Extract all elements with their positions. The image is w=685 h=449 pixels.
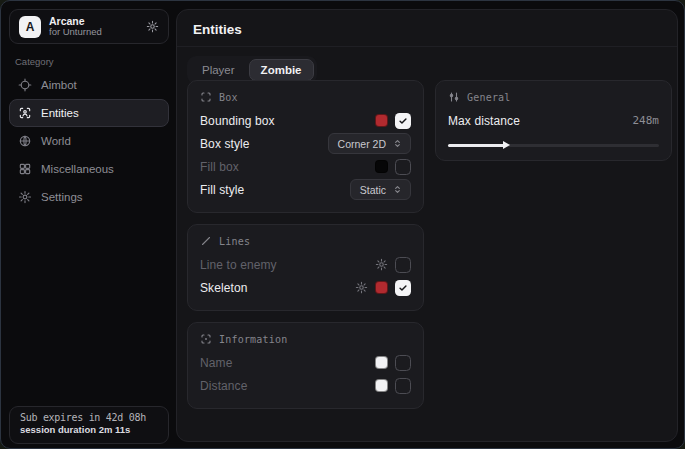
sidebar-item-label: Entities: [41, 107, 79, 119]
tab-player[interactable]: Player: [190, 59, 247, 81]
box-style-dropdown[interactable]: Corner 2D: [328, 133, 411, 154]
gear-icon[interactable]: [355, 281, 368, 294]
box-card: Box Bounding box Box style: [187, 80, 424, 213]
color-swatch[interactable]: [375, 379, 388, 392]
fill-style-dropdown[interactable]: Static: [350, 179, 411, 200]
color-swatch[interactable]: [375, 160, 388, 173]
sub-expiry-text: Sub expires in 42d 08h: [20, 412, 158, 423]
scan-corners-icon: [200, 91, 212, 103]
sliders-icon: [448, 91, 460, 103]
setting-label: Name: [200, 356, 375, 370]
sidebar-item-miscellaneous[interactable]: Miscellaneous: [9, 155, 169, 183]
line-to-enemy-checkbox[interactable]: [395, 257, 411, 273]
setting-row-fill-box: Fill box: [200, 155, 411, 178]
page-title: Entities: [193, 22, 661, 37]
sidebar-item-aimbot[interactable]: Aimbot: [9, 71, 169, 99]
sidebar-item-label: Aimbot: [41, 79, 77, 91]
sidebar-item-label: Settings: [41, 191, 83, 203]
max-distance-value: 248m: [633, 114, 660, 127]
setting-label: Fill box: [200, 160, 375, 174]
setting-label: Box style: [200, 137, 328, 151]
subscription-card: Sub expires in 42d 08h session duration …: [9, 406, 169, 444]
sidebar: A Arcane for Unturned Category Aimbot: [1, 1, 176, 448]
sidebar-item-settings[interactable]: Settings: [9, 183, 169, 211]
general-card: General Max distance 248m: [435, 80, 672, 161]
section-title: Lines: [219, 236, 250, 247]
color-swatch[interactable]: [375, 114, 388, 127]
app-subtitle: for Unturned: [49, 27, 138, 38]
setting-label: Line to enemy: [200, 258, 375, 272]
gear-icon: [18, 190, 32, 204]
setting-row-skeleton: Skeleton: [200, 276, 411, 299]
sidebar-item-world[interactable]: World: [9, 127, 169, 155]
tab-zombie[interactable]: Zombie: [249, 59, 314, 81]
bounding-box-checkbox[interactable]: [395, 113, 411, 129]
entities-scan-icon: [18, 106, 32, 120]
setting-row-max-distance: Max distance 248m: [448, 109, 659, 132]
gear-icon[interactable]: [146, 20, 159, 33]
slider-thumb[interactable]: [503, 141, 510, 149]
setting-row-line-to-enemy: Line to enemy: [200, 253, 411, 276]
setting-label: Bounding box: [200, 114, 375, 128]
sidebar-item-label: Miscellaneous: [41, 163, 114, 175]
setting-label: Skeleton: [200, 281, 355, 295]
skeleton-checkbox[interactable]: [395, 280, 411, 296]
setting-label: Fill style: [200, 183, 350, 197]
app-header-card: A Arcane for Unturned: [9, 9, 169, 44]
crosshair-icon: [18, 78, 32, 92]
setting-label: Max distance: [448, 114, 633, 128]
sidebar-item-entities[interactable]: Entities: [9, 99, 169, 127]
max-distance-slider[interactable]: [448, 141, 659, 149]
setting-row-bounding-box: Bounding box: [200, 109, 411, 132]
color-swatch[interactable]: [375, 281, 388, 294]
app-window: A Arcane for Unturned Category Aimbot: [0, 0, 685, 449]
distance-checkbox[interactable]: [395, 378, 411, 394]
color-swatch[interactable]: [375, 356, 388, 369]
slider-fill: [448, 144, 505, 147]
setting-row-name: Name: [200, 351, 411, 374]
setting-row-distance: Distance: [200, 374, 411, 397]
dropdown-value: Corner 2D: [338, 138, 386, 150]
section-title: General: [467, 92, 511, 103]
grid-icon: [18, 162, 32, 176]
session-duration-text: session duration 2m 11s: [20, 424, 158, 435]
chevrons-up-down-icon: [392, 138, 403, 149]
globe-icon: [18, 134, 32, 148]
sidebar-item-label: World: [41, 135, 71, 147]
information-card: Information Name Distance: [187, 322, 424, 409]
fill-box-checkbox[interactable]: [395, 159, 411, 175]
main-panel: Entities Player Zombie Box Bounding: [176, 9, 678, 442]
sidebar-nav: Aimbot Entities World Miscellaneous: [9, 71, 169, 211]
info-scan-icon: [200, 333, 212, 345]
section-title: Box: [219, 92, 238, 103]
gear-icon[interactable]: [375, 258, 388, 271]
category-label: Category: [15, 56, 54, 67]
setting-row-box-style: Box style Corner 2D: [200, 132, 411, 155]
page-header: Entities: [177, 10, 677, 47]
setting-label: Distance: [200, 379, 375, 393]
dropdown-value: Static: [360, 184, 386, 196]
setting-row-fill-style: Fill style Static: [200, 178, 411, 201]
chevrons-up-down-icon: [392, 184, 403, 195]
section-title: Information: [219, 334, 287, 345]
app-logo: A: [19, 16, 41, 38]
lines-card: Lines Line to enemy Skeleton: [187, 224, 424, 311]
name-checkbox[interactable]: [395, 355, 411, 371]
diagonal-line-icon: [200, 235, 212, 247]
